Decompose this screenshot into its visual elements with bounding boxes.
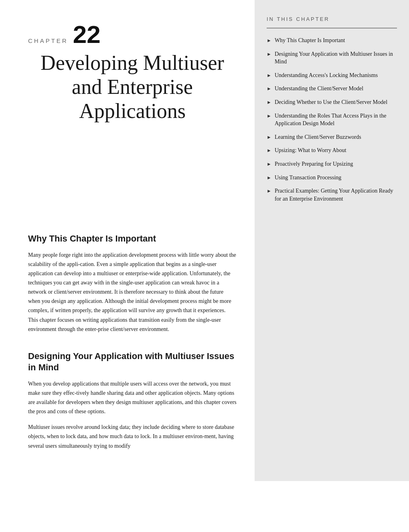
sidebar-item: ►Understanding the Client/Server Model	[267, 85, 397, 93]
chapter-number: 22	[73, 22, 101, 47]
sidebar-item: ►Practical Examples: Getting Your Applic…	[267, 187, 397, 203]
sidebar-item-text: Understanding the Client/Server Model	[275, 85, 363, 93]
sidebar-arrow-icon: ►	[267, 72, 271, 79]
sidebar-item-list: ►Why This Chapter Is Important►Designing…	[267, 37, 397, 203]
chapter-header-left: CHAPTER 22 Developing Multiuser and Ente…	[0, 0, 255, 208]
sidebar-item-text: Proactively Preparing for Upsizing	[275, 160, 353, 168]
sidebar-arrow-icon: ►	[267, 113, 271, 120]
sidebar-item: ►Proactively Preparing for Upsizing	[267, 160, 397, 168]
sidebar-arrow-icon: ►	[267, 85, 271, 92]
paragraph-why-important-0: Many people forge right into the applica…	[28, 250, 237, 334]
section-heading-designing-multiuser: Designing Your Application with Multiuse…	[28, 351, 237, 374]
in-this-chapter-label: IN THIS CHAPTER	[267, 13, 397, 22]
sidebar-divider	[267, 28, 397, 28]
sidebar-item-text: Deciding Whether to Use the Client/Serve…	[275, 98, 387, 106]
sidebar-item: ►Why This Chapter Is Important	[267, 37, 397, 45]
sidebar-arrow-icon: ►	[267, 51, 271, 58]
sidebar-item-text: Learning the Client/Server Buzzwords	[275, 133, 361, 141]
sidebar-item-text: Why This Chapter Is Important	[275, 37, 345, 45]
sidebar-item-text: Understanding the Roles That Access Play…	[275, 112, 397, 128]
sidebar-item: ►Understanding the Roles That Access Pla…	[267, 112, 397, 128]
sidebar-item: ►Deciding Whether to Use the Client/Serv…	[267, 98, 397, 106]
page: CHAPTER 22 Developing Multiuser and Ente…	[0, 0, 409, 481]
sidebar-content-right	[255, 208, 409, 481]
sidebar-item: ►Using Transaction Processing	[267, 174, 397, 182]
paragraph-designing-multiuser-1: Multiuser issues revolve around locking …	[28, 422, 237, 450]
sidebar-item-text: Practical Examples: Getting Your Applica…	[275, 187, 397, 203]
sidebar-arrow-icon: ►	[267, 37, 271, 44]
sidebar-arrow-icon: ►	[267, 99, 271, 106]
sidebar-item: ►Upsizing: What to Worry About	[267, 146, 397, 154]
chapter-word-label: CHAPTER	[28, 37, 68, 44]
sidebar-item-text: Upsizing: What to Worry About	[275, 146, 346, 154]
paragraph-designing-multiuser-0: When you develop applications that multi…	[28, 379, 237, 416]
content-section: Why This Chapter Is ImportantMany people…	[0, 208, 409, 481]
section-heading-why-important: Why This Chapter Is Important	[28, 233, 237, 245]
chapter-title: Developing Multiuser and Enterprise Appl…	[28, 51, 237, 123]
sidebar-arrow-icon: ►	[267, 161, 271, 168]
sidebar-item: ►Designing Your Application with Multius…	[267, 50, 397, 66]
sidebar-arrow-icon: ►	[267, 147, 271, 154]
sidebar-item: ►Learning the Client/Server Buzzwords	[267, 133, 397, 141]
sidebar-arrow-icon: ►	[267, 188, 271, 195]
main-content: Why This Chapter Is ImportantMany people…	[0, 208, 255, 481]
sidebar-item-text: Understanding Access's Locking Mechanism…	[275, 71, 378, 79]
sidebar-arrow-icon: ►	[267, 134, 271, 141]
sidebar-arrow-icon: ►	[267, 175, 271, 181]
sidebar-item-text: Designing Your Application with Multiuse…	[275, 50, 397, 66]
top-section: CHAPTER 22 Developing Multiuser and Ente…	[0, 0, 409, 208]
sidebar-item: ►Understanding Access's Locking Mechanis…	[267, 71, 397, 79]
chapter-label-line: CHAPTER 22	[28, 22, 237, 47]
sidebar-header: IN THIS CHAPTER ►Why This Chapter Is Imp…	[255, 0, 409, 208]
sidebar-item-text: Using Transaction Processing	[275, 174, 341, 182]
